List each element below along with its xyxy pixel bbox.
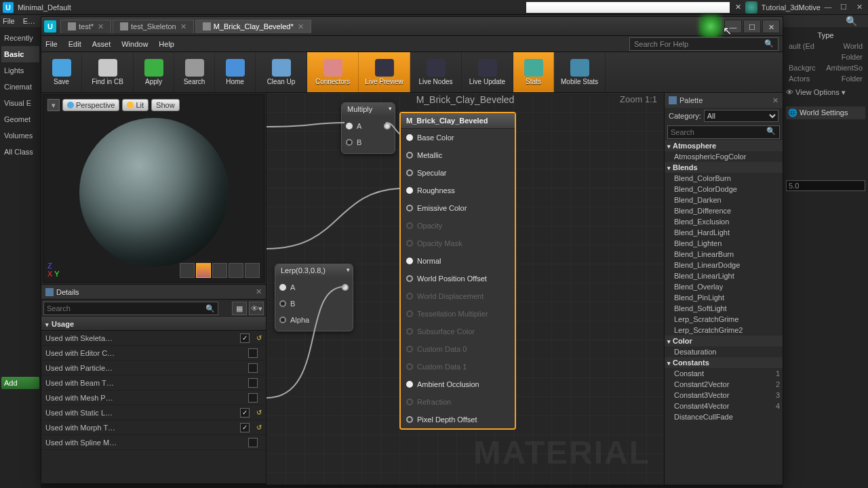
pin-icon[interactable] [406,187,413,194]
pin-icon[interactable] [406,222,413,229]
mesh-prim-icon[interactable] [245,263,260,278]
pin-icon[interactable] [406,363,413,370]
menu-item[interactable]: Asset [92,40,111,48]
palette-item[interactable]: Constant2Vector2 [665,379,783,390]
pin-icon[interactable] [406,310,413,317]
outer-menu-file[interactable]: File [3,17,15,25]
pin-icon[interactable] [279,300,286,307]
palette-item[interactable]: Constant4Vector4 [665,401,783,411]
menu-item[interactable]: Edit [68,40,81,48]
palette-item[interactable]: Blend_LinearDodge [665,260,783,270]
menu-item[interactable]: File [45,40,58,48]
close-icon[interactable]: ✕ [853,3,865,12]
pin-icon[interactable] [406,346,413,352]
palette-item[interactable]: Blend_SoftLight [665,303,783,314]
outliner-row[interactable]: BackgrcAmbientSo [786,62,865,73]
outliner-row[interactable]: Folder [786,52,865,62]
tutorial-glow-icon[interactable] [701,17,720,36]
material-input-pin[interactable]: World Position Offset [401,270,515,287]
pin-icon[interactable] [406,134,413,141]
reset-to-default-icon[interactable]: ↺ [256,409,262,416]
palette-item[interactable]: Blend_Lighten [665,238,783,249]
material-input-pin[interactable]: Roughness [401,182,515,199]
minimize-icon[interactable]: — [822,3,834,11]
outer-menu-edit[interactable]: E… [23,17,35,25]
palette-item[interactable]: Blend_Difference [665,205,783,216]
view-options-link[interactable]: 👁 View Options ▾ [786,88,865,97]
pin-icon[interactable] [279,317,286,323]
toolbar-live-preview-button[interactable]: Live Preview [359,52,410,92]
palette-item[interactable]: Blend_Exclusion [665,216,783,227]
palette-item[interactable]: Blend_PinLight [665,292,783,303]
material-input-pin[interactable]: Ambient Occlusion [401,375,515,393]
outer-alt-tab[interactable]: Tutorial_3dMotive [762,3,821,12]
palette-close-icon[interactable]: ✕ [772,96,778,105]
material-output-node[interactable]: M_Brick_Clay_Beveled Base ColorMetallicS… [399,112,516,430]
pin-icon[interactable] [406,152,413,159]
palette-category-select[interactable]: All [704,110,778,122]
material-graph[interactable]: M_Brick_Clay_Beveled Zoom 1:1 MATERIAL M… [267,93,664,485]
lit-button[interactable]: Lit [122,99,149,111]
pin-icon[interactable] [406,293,413,300]
help-search-input[interactable]: Search For Help 🔍 [629,37,778,51]
tab-close-icon[interactable]: ✕ [298,22,304,31]
details-matrix-icon[interactable]: ▦ [232,302,247,315]
editor-tab[interactable]: test_Skeleton✕ [113,20,194,33]
palette-item[interactable]: Blend_Darken [665,195,783,205]
toolbar-clean-up-button[interactable]: Clean Up [256,52,307,92]
toolbar-live-nodes-button[interactable]: Live Nodes [410,52,462,92]
modes-category[interactable]: Basic [1,46,39,62]
pin-icon[interactable] [406,169,413,176]
details-eye-icon[interactable]: 👁▾ [249,302,264,315]
modes-category[interactable]: Recently [1,30,39,46]
menu-item[interactable]: Help [159,40,174,48]
modes-category[interactable]: Volumes [1,127,39,144]
toolbar-save-button[interactable]: Save [41,52,82,92]
palette-search-input[interactable] [667,125,780,139]
numeric-field[interactable]: 5.0 [786,180,865,191]
property-checkbox[interactable]: ✓ [240,408,250,418]
material-preview-viewport[interactable]: ▾ Perspective Lit Show ZX Y [43,94,264,283]
material-input-pin[interactable]: Base Color [401,129,515,146]
outer-search-close-icon[interactable]: ✕ [735,3,741,12]
palette-category[interactable]: Atmosphere [665,140,783,151]
pin-icon[interactable] [406,240,413,247]
pin-icon[interactable] [406,275,413,282]
inner-minimize-icon[interactable]: — [724,20,742,33]
pin-out-icon[interactable] [342,284,349,291]
property-checkbox[interactable]: ✓ [240,333,250,343]
modes-category[interactable]: Geomet [1,111,39,127]
palette-item[interactable]: Blend_LinearBurn [665,249,783,260]
maximize-icon[interactable]: ☐ [837,3,850,12]
sphere-prim-icon[interactable] [196,263,211,278]
reset-to-default-icon[interactable]: ↺ [256,334,262,342]
tutorial-badge-icon[interactable] [745,1,757,14]
pin-icon[interactable] [346,123,353,129]
palette-item[interactable]: Constant1 [665,368,783,379]
palette-item[interactable]: Blend_HardLight [665,227,783,238]
toolbar-mobile-stats-button[interactable]: Mobile Stats [554,52,606,92]
toolbar-search-button[interactable]: Search [174,52,215,92]
toolbar-stats-button[interactable]: Stats [513,52,554,92]
palette-item[interactable]: Lerp_ScratchGrime [665,314,783,325]
palette-item[interactable]: AtmosphericFogColor [665,151,783,162]
material-input-pin[interactable]: Specular [401,164,515,182]
outliner-row[interactable]: ault (EdWorld [786,41,865,52]
details-close-icon[interactable]: ✕ [256,287,262,296]
toolbar-connectors-button[interactable]: Connectors [307,52,359,92]
viewport-options-dropdown[interactable]: ▾ [47,99,60,111]
property-checkbox[interactable]: ✓ [240,423,250,432]
toolbar-live-update-button[interactable]: Live Update [462,52,513,92]
property-checkbox[interactable] [248,363,258,373]
pin-out-icon[interactable] [384,123,391,129]
cube-prim-icon[interactable] [229,263,243,278]
toolbar-apply-button[interactable]: Apply [134,52,174,92]
lerp-node[interactable]: Lerp(0.3,0.8,)▾ A B Alpha [275,264,353,331]
modes-category[interactable]: Lights [1,62,39,79]
palette-item[interactable]: Constant3Vector3 [665,390,783,401]
palette-item[interactable]: DistanceCullFade [665,411,783,422]
show-button[interactable]: Show [151,99,180,111]
perspective-button[interactable]: Perspective [62,99,119,111]
pin-icon[interactable] [406,416,413,423]
palette-category[interactable]: Color [665,336,783,346]
